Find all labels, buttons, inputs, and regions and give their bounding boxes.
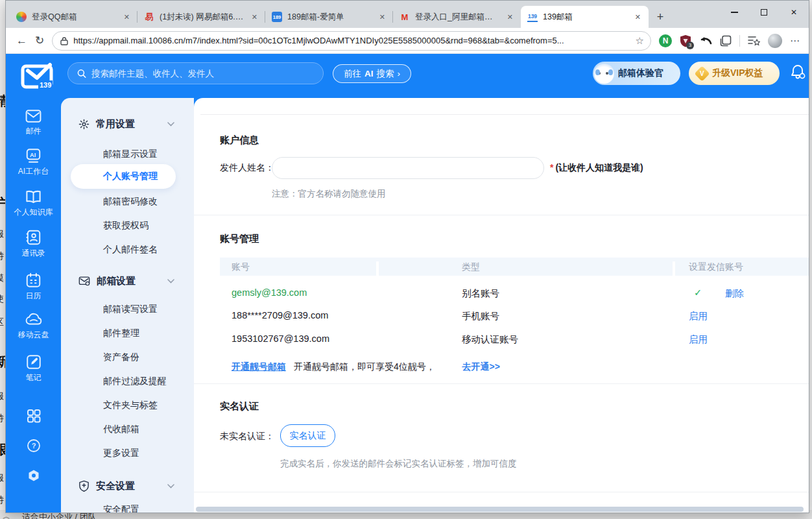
adblock-shield-icon[interactable]: 3 [680,34,691,47]
nav-item-filter-reminder[interactable]: 邮件过滤及提醒 [103,376,167,387]
url-text: https://appmail.mail.10086.cn/m7/index.h… [73,36,630,45]
notification-bell-icon[interactable] [789,64,806,83]
extension-arrow-icon[interactable] [699,35,712,47]
tab-qq-mail[interactable]: 登录QQ邮箱 ✕ [10,6,137,28]
collections-icon[interactable] [720,35,732,47]
mascot-avatar [594,64,614,84]
tab-close-icon[interactable]: ✕ [377,12,388,23]
sidebar-item-cloud-disk[interactable]: 移动云盘 [6,312,61,341]
netease-favicon: 易 [144,12,154,22]
mail-app-page: 139 前往 AI 搜索 › 邮箱体验官 V 升级VIP权益 [6,54,809,513]
nav-item-more-settings[interactable]: 更多设置 [103,448,139,459]
type-cell: 别名账号 [462,287,499,300]
address-bar[interactable]: https://appmail.mail.10086.cn/m7/index.h… [52,31,651,51]
book-icon [25,189,42,205]
sidebar-item-calendar[interactable]: 日历 [6,272,61,302]
sender-name-note: 注意：官方名称请勿随意使用 [272,188,386,200]
mail-experience-button[interactable]: 邮箱体验官 [593,62,680,85]
minimize-button[interactable] [719,1,749,24]
search-input[interactable] [91,69,314,78]
ali-mail-favicon: M [400,12,410,22]
tab-189-mail[interactable]: 189 189邮箱-爱简单 ✕ [265,6,393,28]
sender-name-input[interactable] [272,157,544,179]
nav-item-mail-display-settings[interactable]: 邮箱显示设置 [103,149,158,160]
sidebar-item-notes[interactable]: 笔记 [6,354,61,383]
section-title: 常用设置 [96,118,135,130]
nav-section-security-settings[interactable]: 安全设置 [61,478,194,494]
tab-139-mail-active[interactable]: 139 139邮箱 ✕ [521,6,649,28]
ai-search-button[interactable]: 前往 AI 搜索 › [333,64,411,83]
sidebar-apps-grid-icon[interactable] [6,408,61,424]
grid-icon [26,408,42,424]
background-text-fragment: 2 [0,162,5,173]
lock-icon [60,36,68,45]
new-tab-button[interactable]: + [651,8,669,26]
139-favicon: 139 [527,12,538,22]
browser-profile-avatar[interactable] [768,34,782,48]
nav-item-security-config[interactable]: 安全配置 [103,504,139,513]
sidebar-item-contacts[interactable]: 通讯录 [6,229,61,259]
close-button[interactable]: ✕ [779,1,809,24]
required-asterisk: * [550,162,553,173]
tab-close-icon[interactable]: ✕ [632,12,643,23]
nice-number-link[interactable]: 开通靓号邮箱 [232,361,286,372]
chevron-down-icon [167,122,174,127]
window-controls: ✕ [719,1,809,24]
tab-close-icon[interactable]: ✕ [505,12,516,23]
nav-item-read-write-settings[interactable]: 邮箱读写设置 [103,304,158,315]
bookmark-star-icon[interactable]: ☆ [636,35,644,47]
horizontal-scrollbar[interactable] [196,507,804,512]
sidebar-help-icon[interactable]: ? [6,438,61,453]
type-cell: 移动认证账号 [462,333,518,346]
nav-item-folders-labels[interactable]: 文件夹与标签 [103,400,158,411]
mail-icon [25,108,42,124]
nav-item-asset-backup[interactable]: 资产备份 [103,352,139,363]
nav-item-signature[interactable]: 个人邮件签名 [103,244,158,256]
nav-item-mail-organize[interactable]: 邮件整理 [103,328,139,339]
delete-link[interactable]: 删除 [725,287,744,300]
maximize-button[interactable] [749,1,779,24]
background-text-fragment: 服 [0,228,5,240]
enable-link[interactable]: 启用 [689,310,708,322]
account-info-title: 账户信息 [220,134,259,147]
go-activate-link[interactable]: 去开通>> [462,361,500,372]
nav-section-common-settings[interactable]: 常用设置 [61,116,194,132]
back-button[interactable]: ← [16,35,27,46]
upgrade-vip-button[interactable]: V 升级VIP权益 [689,62,780,85]
note-icon [25,354,42,370]
favorites-bar-icon[interactable] [748,35,760,46]
sidebar-item-ai-workbench[interactable]: AI AI工作台 [6,147,61,177]
tab-ali-mail[interactable]: M 登录入口_阿里邮箱个人版 ✕ [393,6,521,28]
139-mail-logo[interactable]: 139 [20,61,54,93]
account-row-phone: 188****2709@139.com 手机账号 启用 [220,310,809,323]
sidebar-item-mail[interactable]: 邮件 [6,108,61,137]
background-text-fragment: 模 [0,272,5,284]
shield-badge: 3 [686,42,694,49]
tab-netease-mail[interactable]: 易 (1封未读) 网易邮箱6.0版 ✕ [137,6,265,28]
background-text-fragment: 新 [0,353,5,370]
nav-item-personal-account-active[interactable]: 个人账号管理 [71,164,176,189]
real-name-verify-button[interactable]: 实名认证 [280,424,335,447]
nav-item-auth-code[interactable]: 获取授权码 [103,220,149,232]
browser-menu-icon[interactable]: ⋯ [790,36,800,45]
mail-search-box[interactable] [67,62,324,84]
search-icon [77,69,86,78]
background-text-fragment: 区 [0,317,5,328]
refresh-button[interactable]: ↻ [35,35,44,46]
nav-section-mailbox-settings[interactable]: 邮箱设置 [61,273,194,289]
account-mgmt-title: 账号管理 [220,233,259,245]
enable-link[interactable]: 启用 [689,333,708,346]
type-cell: 手机账号 [462,310,499,322]
tab-close-icon[interactable]: ✕ [121,12,132,23]
ai-search-prefix: 前往 [344,68,361,80]
logo-139-text: 139 [40,81,51,89]
section-title: 安全设置 [96,480,135,492]
tab-close-icon[interactable]: ✕ [249,12,260,23]
vip-diamond-icon: V [694,66,710,81]
ai-search-em: AI [364,69,374,78]
nav-item-password-change[interactable]: 邮箱密码修改 [103,196,158,208]
sidebar-settings-icon[interactable] [6,468,61,483]
sidebar-item-knowledge-base[interactable]: 个人知识库 [6,189,61,218]
extension-n-icon[interactable]: N [659,34,672,47]
nav-item-proxy-mailbox[interactable]: 代收邮箱 [103,424,139,435]
